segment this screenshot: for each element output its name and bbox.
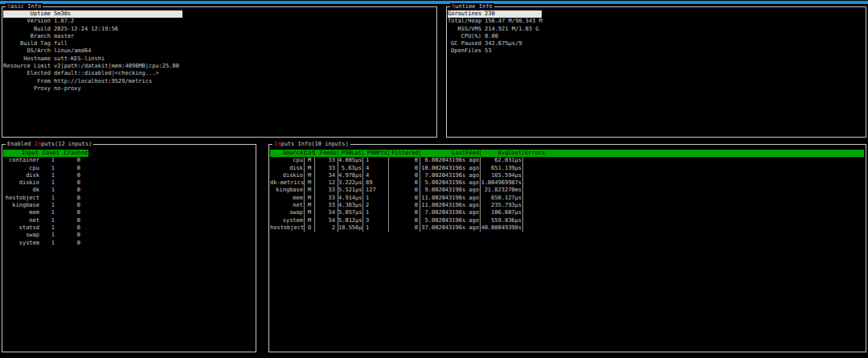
info-row-selected[interactable]: Goroutines230 xyxy=(448,10,542,18)
table-row[interactable]: net10 xyxy=(3,217,88,224)
table-cell: M xyxy=(305,157,315,164)
table-row[interactable]: statsd10 xyxy=(3,224,88,232)
info-row[interactable]: Resource Limitv2|path:/datakit|mem:4096M… xyxy=(3,63,435,70)
table-cell: 0 xyxy=(389,187,420,194)
table-row[interactable]: kingbase10 xyxy=(3,202,88,209)
table-cell: 1 xyxy=(39,187,60,194)
table-cell xyxy=(523,224,546,232)
table-row[interactable]: dk-metricsM123.222µs8905.002043196s ago1… xyxy=(270,179,864,187)
table-cell: 5.057µs xyxy=(338,209,363,216)
table-row[interactable]: swap10 xyxy=(3,232,88,239)
info-label: Hostname xyxy=(3,56,51,63)
table-cell: 7.002043196s ago xyxy=(420,172,481,179)
info-row[interactable]: OS/Archlinux/amd64 xyxy=(3,47,435,55)
info-row[interactable]: Electeddefault::disabled|<checking...> xyxy=(3,70,435,77)
table-cell xyxy=(523,202,546,209)
table-cell: M xyxy=(305,165,315,172)
info-label: CPU(%) xyxy=(448,33,481,40)
info-row[interactable]: Branchmaster xyxy=(3,33,435,40)
table-row[interactable]: mem10 xyxy=(3,209,88,216)
table-row[interactable]: container10 xyxy=(3,157,88,164)
table-cell: 6.002043196s ago xyxy=(420,157,481,164)
info-row[interactable]: Fromhttp://localhost:9529/metrics xyxy=(3,78,435,85)
table-row[interactable]: diskio10 xyxy=(3,179,88,187)
table-row[interactable]: memM334.914µs1011.002043196s ago650.127µ… xyxy=(270,195,864,202)
table-cell: 5.002043196s ago xyxy=(420,179,481,187)
table-row[interactable]: diskioM344.978µs407.002043196s ago165.59… xyxy=(270,172,864,179)
table-cell: 11.002043196s ago xyxy=(420,202,481,209)
info-row[interactable]: Hostnamesutt-KES-linshi xyxy=(3,56,435,63)
info-row[interactable]: Total/Heap156.47 M/98.343 M xyxy=(448,18,864,25)
table-row[interactable]: cpuM334.085µs106.002043196s ago62.031µs xyxy=(270,157,864,164)
table-row[interactable]: dk10 xyxy=(3,187,88,194)
table-cell: 0 xyxy=(389,202,420,209)
info-row[interactable]: Build2025-12-24 12:19:56 xyxy=(3,26,435,33)
table-cell: swap xyxy=(270,209,305,216)
table-cell: 0 xyxy=(389,224,420,232)
table-cell: 4.363µs xyxy=(338,202,363,209)
info-row[interactable]: GC Paused342.675µs/9 xyxy=(448,40,864,47)
basic-info-rows: Uptime5m38sVersion1.87.2Build2025-12-24 … xyxy=(2,7,436,93)
column-header: Crashed xyxy=(60,150,88,157)
info-value: 0.00 xyxy=(485,33,498,39)
table-cell: 37.002043196s ago xyxy=(420,224,481,232)
column-header: Input xyxy=(3,150,39,157)
table-cell: diskio xyxy=(270,172,305,179)
table-cell: 1 xyxy=(363,209,389,216)
table-cell: 106.607µs xyxy=(481,209,523,216)
info-row[interactable]: Build Tagfull xyxy=(3,40,435,47)
table-row[interactable]: swapM345.057µs107.002043196s ago106.607µ… xyxy=(270,209,864,216)
table-row[interactable]: system10 xyxy=(3,240,88,247)
info-value: 214.921 M/1.03 G xyxy=(485,26,538,32)
table-cell: 0 xyxy=(60,165,88,172)
column-header: LastFeed xyxy=(420,150,481,157)
table-cell: 0 xyxy=(389,165,420,172)
info-label: OS/Arch xyxy=(3,47,51,55)
terminal-top-bar xyxy=(0,1,868,4)
info-row[interactable]: Proxyno-proxy xyxy=(3,85,435,93)
table-cell: 0 xyxy=(60,195,88,202)
info-row[interactable]: OpenFiles53 xyxy=(448,47,864,55)
info-row[interactable]: CPU(%)0.00 xyxy=(448,33,864,40)
table-cell: 1 xyxy=(363,157,389,164)
info-value: 230 xyxy=(485,10,495,17)
table-cell xyxy=(523,157,546,164)
info-value: sutt-KES-linshi xyxy=(54,56,104,62)
table-cell: M xyxy=(305,209,315,216)
enabled-inputs-panel: Enabled Inputs(12 inputs) InputCountCras… xyxy=(2,144,256,352)
table-cell: 40.08049398s xyxy=(481,224,523,232)
table-row[interactable]: netM334.363µs2011.002043196s ago235.793µ… xyxy=(270,202,864,209)
table-cell: disk xyxy=(3,172,39,179)
info-row[interactable]: Version1.87.2 xyxy=(3,18,435,25)
info-label: From xyxy=(3,78,51,85)
info-label: Version xyxy=(3,18,51,25)
info-value: full xyxy=(54,40,68,47)
info-row[interactable]: RSS/VMS214.921 M/1.03 G xyxy=(448,26,864,33)
runtime-info-panel: Runtime Info Goroutines230Total/Heap156.… xyxy=(446,6,866,138)
table-cell: 0 xyxy=(389,195,420,202)
table-cell: 0 xyxy=(389,172,420,179)
info-label: Uptime xyxy=(3,10,51,18)
info-row-selected[interactable]: Uptime5m38s xyxy=(3,10,182,18)
table-cell: 2 xyxy=(363,202,389,209)
table-cell: 0 xyxy=(60,172,88,179)
table-cell: 0 xyxy=(389,209,420,216)
table-row[interactable]: diskM335.63µs4010.002043196s ago651.139µ… xyxy=(270,165,864,172)
info-value: 1.87.2 xyxy=(54,18,74,24)
table-row[interactable]: hostobjectO218.556µs1037.002043196s ago4… xyxy=(270,224,864,232)
inputs-info-panel: Inputs Info(10 inputs) SourceCatFeedsP90… xyxy=(268,144,866,352)
table-row[interactable]: kingbaseM335.521µs12709.002043196s ago21… xyxy=(270,187,864,194)
table-cell: 1 xyxy=(363,195,389,202)
table-row[interactable]: hostobject10 xyxy=(3,195,88,202)
table-cell: 10.002043196s ago xyxy=(420,165,481,172)
table-cell: 21.823270ms xyxy=(481,187,523,194)
table-cell: 235.793µs xyxy=(481,202,523,209)
table-row[interactable]: disk10 xyxy=(3,172,88,179)
table-cell: 1 xyxy=(39,209,60,216)
table-cell: 0 xyxy=(60,224,88,232)
table-row[interactable]: systemM345.012µs305.002043196s ago559.83… xyxy=(270,217,864,224)
table-row[interactable]: cpu10 xyxy=(3,165,88,172)
column-header: AvgCost xyxy=(481,150,523,157)
table-cell: 3.222µs xyxy=(338,179,363,187)
table-cell: 1 xyxy=(39,232,60,239)
